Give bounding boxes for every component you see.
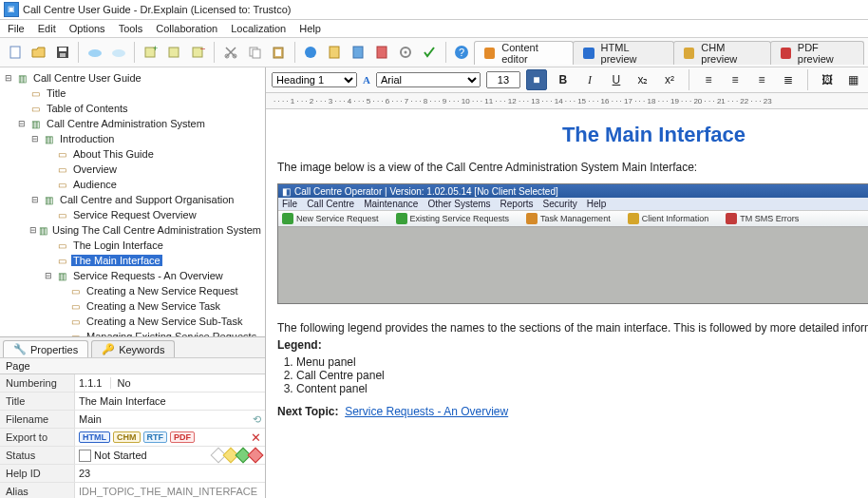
menu-help[interactable]: Help <box>293 22 327 35</box>
tab-html-preview[interactable]: HTML preview <box>573 41 674 65</box>
tree-label[interactable]: Title <box>45 87 67 99</box>
paste-button[interactable] <box>267 41 289 64</box>
tree-node[interactable]: ▭Creating a New Service Request <box>2 283 263 298</box>
prop-filename[interactable]: FilenameMain⟲ <box>0 411 265 429</box>
tree-node[interactable]: ⊟▥Call Centre User Guide <box>2 70 263 86</box>
export-rtf-button[interactable] <box>348 41 369 64</box>
export-pdf-badge[interactable]: PDF <box>170 431 195 443</box>
tab-properties[interactable]: 🔧Properties <box>3 340 88 357</box>
tree-node[interactable]: ⊟▥Call Centre Administration System <box>2 116 263 131</box>
export-chm-button[interactable] <box>324 41 346 64</box>
insert-table-button[interactable]: ▦ <box>843 69 864 90</box>
clear-export-icon[interactable]: ✕ <box>251 431 261 445</box>
tree-label[interactable]: Call Centre User Guide <box>31 72 143 84</box>
tree-label[interactable]: About This Guide <box>71 148 156 160</box>
prop-numbering[interactable]: Numbering 1.1.1 No <box>0 374 265 393</box>
prop-export[interactable]: Export to HTML CHM RTF PDF ✕ <box>0 429 265 447</box>
export-html-button[interactable] <box>300 41 322 64</box>
tree-node[interactable]: ▭Creating a New Service Task <box>2 298 263 314</box>
prop-alias[interactable]: AliasIDH_TOPIC_THE_MAIN_INTERFACE <box>0 483 265 498</box>
tab-pdf-preview[interactable]: PDF preview <box>770 41 865 65</box>
tab-keywords[interactable]: 🔑Keywords <box>91 340 175 357</box>
prop-helpid[interactable]: Help ID23 <box>0 465 265 483</box>
refresh-icon[interactable]: ⟲ <box>253 413 261 426</box>
font-color-button[interactable]: ■ <box>526 69 547 90</box>
help-button[interactable]: ? <box>451 41 473 64</box>
tree-node[interactable]: ⊟▥Service Requests - An Overview <box>2 268 263 283</box>
document-canvas[interactable]: The Main Interface The image below is a … <box>266 109 868 498</box>
subscript-button[interactable]: x₂ <box>632 69 653 90</box>
tree-label[interactable]: Service Request Overview <box>71 209 198 220</box>
menu-file[interactable]: File <box>2 22 30 35</box>
tree-node[interactable]: ⊟▥Call Centre and Support Organisation <box>2 192 263 207</box>
italic-button[interactable]: I <box>579 69 600 90</box>
export-html-badge[interactable]: HTML <box>79 431 110 443</box>
tree-node[interactable]: ▭About This Guide <box>2 146 263 162</box>
menu-options[interactable]: Options <box>64 22 111 35</box>
style-select[interactable]: Heading 1 <box>272 72 357 87</box>
font-size-input[interactable] <box>486 71 520 88</box>
collapse-icon[interactable]: ⊟ <box>15 119 28 128</box>
add-subtopic-button[interactable] <box>163 41 185 64</box>
tree-label[interactable]: The Login Interface <box>71 239 165 251</box>
tab-chm-preview[interactable]: CHM preview <box>673 41 770 65</box>
tree-node[interactable]: ▭The Login Interface <box>2 238 263 253</box>
tree-label[interactable]: Creating a New Service Request <box>85 285 240 297</box>
superscript-button[interactable]: x² <box>659 69 680 90</box>
next-topic-link[interactable]: Service Requests - An Overview <box>345 405 508 418</box>
tree-label[interactable]: Call Centre and Support Organisation <box>58 194 236 205</box>
export-pdf-button[interactable] <box>371 41 393 64</box>
collapse-icon[interactable]: ⊟ <box>28 225 38 235</box>
tree-label[interactable]: Service Requests - An Overview <box>71 270 225 281</box>
export-rtf-badge[interactable]: RTF <box>143 431 168 443</box>
tree-node[interactable]: ▭Creating a New Service Sub-Task <box>2 314 263 329</box>
tree-label[interactable]: Using The Call Centre Administration Sys… <box>50 224 263 236</box>
tree-label[interactable]: Audience <box>71 179 119 190</box>
menu-tools[interactable]: Tools <box>113 22 149 35</box>
cloud-button[interactable] <box>84 41 105 64</box>
new-button[interactable] <box>4 41 26 64</box>
underline-button[interactable]: U <box>606 69 627 90</box>
tree-node[interactable]: ▭Table of Contents <box>2 101 263 116</box>
font-select[interactable]: Arial <box>376 72 481 87</box>
tab-content-editor[interactable]: Content editor <box>474 41 574 65</box>
prop-title[interactable]: TitleThe Main Interface <box>0 393 265 411</box>
collapse-icon[interactable]: ⊟ <box>28 134 42 144</box>
ruler[interactable]: · · · · 1 · · · 2 · · · 3 · · · 4 · · · … <box>266 93 868 109</box>
tree-node[interactable]: ▭The Main Interface <box>2 253 263 268</box>
cut-button[interactable] <box>219 41 241 64</box>
cloud-sync-button[interactable] <box>107 41 129 64</box>
bold-button[interactable]: B <box>553 69 574 90</box>
menu-edit[interactable]: Edit <box>32 22 62 35</box>
align-center-button[interactable]: ≡ <box>725 69 745 90</box>
tree-node[interactable]: ⊟▥Introduction <box>2 131 263 146</box>
tree-node[interactable]: ▭Title <box>2 86 263 101</box>
export-chm-badge[interactable]: CHM <box>113 431 141 443</box>
tree-label[interactable]: The Main Interface <box>71 255 162 266</box>
tree-node[interactable]: ▭Audience <box>2 177 263 192</box>
align-right-button[interactable]: ≡ <box>751 69 772 90</box>
prop-status[interactable]: Status Not Started <box>0 447 265 465</box>
topic-tree[interactable]: ⊟▥Call Centre User Guide▭Title▭Table of … <box>0 67 265 336</box>
align-justify-button[interactable]: ≣ <box>778 69 799 90</box>
tree-node[interactable]: ▭Service Request Overview <box>2 207 263 222</box>
collapse-icon[interactable]: ⊟ <box>28 195 42 204</box>
save-button[interactable] <box>51 41 73 64</box>
settings-button[interactable] <box>395 41 417 64</box>
open-button[interactable] <box>28 41 49 64</box>
tree-node[interactable]: ▭Managing Existing Service Requests <box>2 329 263 336</box>
collapse-icon[interactable]: ⊟ <box>2 73 15 83</box>
align-left-button[interactable]: ≡ <box>698 69 719 90</box>
tree-label[interactable]: Table of Contents <box>45 103 130 114</box>
tree-label[interactable]: Creating a New Service Task <box>85 300 222 312</box>
tree-label[interactable]: Introduction <box>58 133 116 144</box>
tree-label[interactable]: Overview <box>71 163 119 175</box>
insert-image-button[interactable]: 🖼 <box>817 69 838 90</box>
tree-node[interactable]: ⊟▥Using The Call Centre Administration S… <box>2 222 263 238</box>
status-checkbox[interactable] <box>79 450 91 462</box>
collapse-icon[interactable]: ⊟ <box>42 271 55 280</box>
add-topic-button[interactable]: + <box>140 41 161 64</box>
copy-button[interactable] <box>243 41 265 64</box>
tree-label[interactable]: Creating a New Service Sub-Task <box>85 316 244 327</box>
delete-topic-button[interactable]: – <box>187 41 209 64</box>
